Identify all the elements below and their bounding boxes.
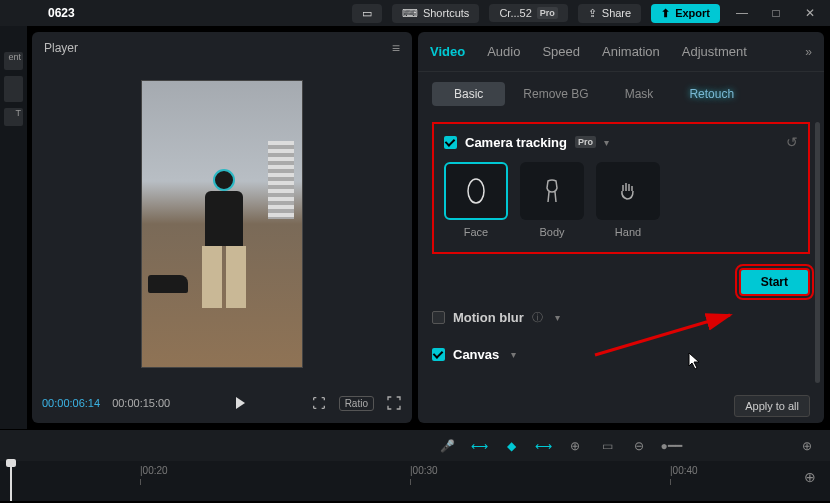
split-icon[interactable]: ⟷: [470, 438, 488, 454]
pro-badge: Pro: [575, 136, 596, 148]
hand-icon: [596, 162, 660, 220]
current-time: 00:00:06:14: [42, 397, 100, 409]
camera-tracking-section: Camera tracking Pro ▾ ↺ Face: [418, 112, 824, 264]
player-label: Player: [44, 41, 78, 55]
camera-tracking-title: Camera tracking: [465, 135, 567, 150]
export-icon: ⬆: [661, 7, 670, 20]
subtab-basic[interactable]: Basic: [432, 82, 505, 106]
pro-badge: Pro: [537, 7, 558, 19]
start-button[interactable]: Start: [739, 268, 810, 296]
timeline-ruler[interactable]: |00:20 |00:30 |00:40 ⊕: [0, 461, 830, 501]
tab-audio[interactable]: Audio: [487, 44, 520, 59]
export-button[interactable]: ⬆ Export: [651, 4, 720, 23]
dock-item-t[interactable]: T: [4, 108, 23, 126]
subtab-mask[interactable]: Mask: [607, 82, 672, 106]
inspector-tabs: Video Audio Speed Animation Adjustment »: [418, 32, 824, 72]
tracking-option-body[interactable]: Body: [520, 162, 584, 238]
window-close[interactable]: ✕: [798, 6, 822, 20]
chevron-down-icon[interactable]: ▾: [604, 137, 609, 148]
playhead[interactable]: [10, 461, 12, 501]
preview-person: [194, 169, 254, 309]
share-button[interactable]: ⇪ Share: [578, 4, 641, 23]
crop-icon[interactable]: [311, 395, 327, 411]
hand-label: Hand: [596, 226, 660, 238]
cursor-icon: [688, 352, 702, 370]
ruler-tick: |00:40: [670, 465, 698, 476]
motion-blur-checkbox[interactable]: [432, 311, 445, 324]
reset-icon[interactable]: ↺: [786, 134, 798, 150]
motion-blur-title: Motion blur: [453, 310, 524, 325]
preview-car: [148, 275, 188, 293]
ratio-button[interactable]: Ratio: [339, 396, 374, 411]
zoom-slider-handle[interactable]: ●━━: [662, 438, 680, 454]
magnet-icon[interactable]: ◆: [502, 438, 520, 454]
preview-area[interactable]: [32, 64, 412, 383]
project-label: Cr...52: [499, 7, 531, 19]
timeline-add-icon[interactable]: ⊕: [804, 469, 816, 485]
subtab-removebg[interactable]: Remove BG: [505, 82, 606, 106]
monitor-icon[interactable]: ▭: [598, 438, 616, 454]
body-label: Body: [520, 226, 584, 238]
face-icon: [444, 162, 508, 220]
top-bar: 0623 ▭ ⌨ Shortcuts Cr...52 Pro ⇪ Share ⬆…: [0, 0, 830, 26]
player-panel: Player ≡ 00:00:06:14 00:00:15:00 Ratio: [32, 32, 412, 423]
align-icon[interactable]: ⊕: [566, 438, 584, 454]
canvas-section: Canvas ▾: [418, 347, 824, 384]
apply-to-all-button[interactable]: Apply to all: [734, 395, 810, 417]
zoom-out-icon[interactable]: ⊖: [630, 438, 648, 454]
tabs-overflow-icon[interactable]: »: [805, 45, 812, 59]
body-icon: [520, 162, 584, 220]
duration-time: 00:00:15:00: [112, 397, 170, 409]
tracking-option-hand[interactable]: Hand: [596, 162, 660, 238]
preview-building: [268, 141, 294, 219]
player-header: Player ≡: [32, 32, 412, 64]
info-icon[interactable]: ⓘ: [532, 310, 543, 325]
share-label: Share: [602, 7, 631, 19]
play-button[interactable]: [236, 397, 245, 409]
inspector-scrollbar[interactable]: [815, 122, 820, 383]
ruler-tick: |00:30: [410, 465, 438, 476]
shortcuts-label: Shortcuts: [423, 7, 469, 19]
video-preview: [141, 80, 303, 368]
link-icon[interactable]: ⟷: [534, 438, 552, 454]
tab-video[interactable]: Video: [430, 44, 465, 59]
zoom-in-icon[interactable]: ⊕: [798, 438, 816, 454]
tab-animation[interactable]: Animation: [602, 44, 660, 59]
player-menu-icon[interactable]: ≡: [392, 40, 400, 56]
video-subtabs: Basic Remove BG Mask Retouch: [418, 72, 824, 112]
tracking-option-face[interactable]: Face: [444, 162, 508, 238]
dock-item-ent[interactable]: ent: [4, 52, 23, 70]
canvas-title: Canvas: [453, 347, 499, 362]
chevron-down-icon[interactable]: ▾: [555, 312, 560, 323]
layout-button[interactable]: ▭: [352, 4, 382, 23]
project-title: 0623: [48, 6, 75, 20]
fullscreen-icon[interactable]: [386, 395, 402, 411]
mic-icon[interactable]: 🎤: [438, 438, 456, 454]
player-controls: 00:00:06:14 00:00:15:00 Ratio: [32, 383, 412, 423]
inspector-panel: Video Audio Speed Animation Adjustment »…: [418, 32, 824, 423]
left-dock: ent T: [0, 26, 28, 429]
share-icon: ⇪: [588, 7, 597, 20]
tracking-options: Face Body Hand: [444, 162, 798, 238]
annotation-highlight-box: Camera tracking Pro ▾ ↺ Face: [432, 122, 810, 254]
ruler-tick: |00:20: [140, 465, 168, 476]
camera-tracking-checkbox[interactable]: [444, 136, 457, 149]
motion-blur-section: Motion blur ⓘ ▾: [418, 306, 824, 347]
subtab-retouch[interactable]: Retouch: [671, 82, 752, 106]
svg-point-0: [468, 179, 484, 203]
window-maximize[interactable]: □: [764, 6, 788, 20]
main-content: ent T Player ≡ 00:00:06:14 00:00:15:00: [0, 26, 830, 429]
start-row: Start: [418, 264, 824, 306]
project-dropdown[interactable]: Cr...52 Pro: [489, 4, 567, 22]
dock-item-blank[interactable]: [4, 76, 23, 102]
tab-speed[interactable]: Speed: [542, 44, 580, 59]
tab-adjustment[interactable]: Adjustment: [682, 44, 747, 59]
timeline-toolbar: 🎤 ⟷ ◆ ⟷ ⊕ ▭ ⊖ ●━━ ⊕: [0, 429, 830, 461]
window-minimize[interactable]: —: [730, 6, 754, 20]
canvas-checkbox[interactable]: [432, 348, 445, 361]
shortcuts-button[interactable]: ⌨ Shortcuts: [392, 4, 479, 23]
export-label: Export: [675, 7, 710, 19]
keyboard-icon: ⌨: [402, 7, 418, 20]
face-label: Face: [444, 226, 508, 238]
chevron-down-icon[interactable]: ▾: [511, 349, 516, 360]
